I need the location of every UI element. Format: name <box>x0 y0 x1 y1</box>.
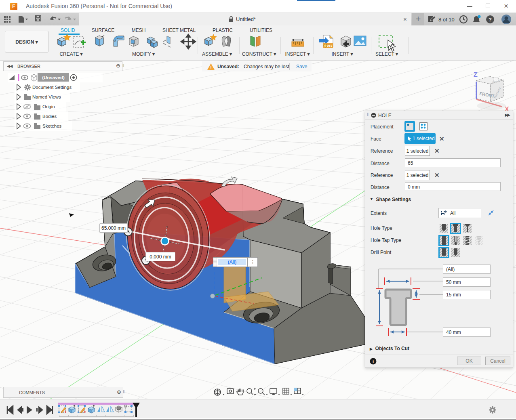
svg-text:(Unsaved): (Unsaved) <box>42 75 65 80</box>
svg-text:Sketches: Sketches <box>42 124 62 128</box>
svg-text:i: i <box>373 359 374 364</box>
svg-text:!: ! <box>210 65 212 70</box>
svg-text:?: ? <box>489 17 492 23</box>
svg-text:Z: Z <box>474 71 478 78</box>
svg-text:Origin: Origin <box>42 104 55 109</box>
svg-text:Document Settings: Document Settings <box>32 85 72 90</box>
svg-text:Named Views: Named Views <box>32 94 61 99</box>
svg-text:Bodies: Bodies <box>42 114 57 119</box>
